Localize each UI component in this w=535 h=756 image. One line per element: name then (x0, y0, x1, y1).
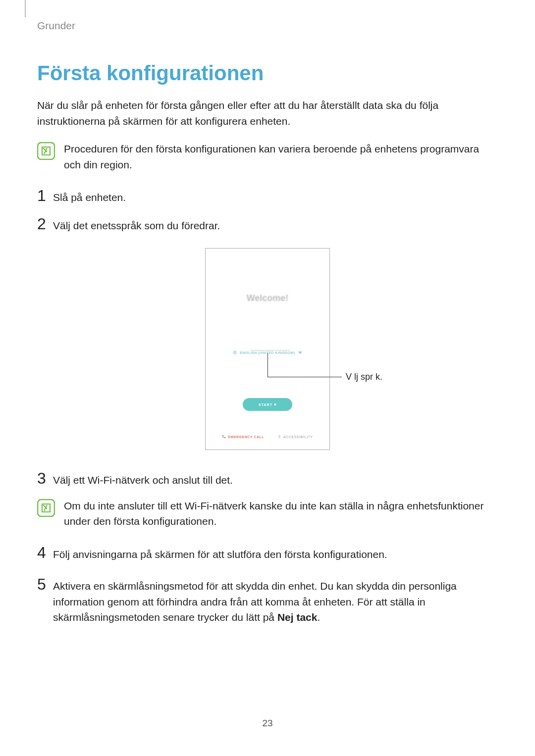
svg-point-2 (279, 435, 280, 436)
step-1-text: Slå på enheten. (53, 187, 126, 205)
breadcrumb: Grunder (37, 20, 498, 32)
start-label: START (259, 403, 272, 406)
step-2-text: Välj det enetsspråk som du föredrar. (53, 215, 220, 234)
globe-icon (233, 351, 237, 354)
page-number: 23 (0, 718, 535, 729)
step-4: 4 Följ anvisningarna på skärmen för att … (37, 544, 498, 562)
phone-icon (222, 435, 226, 439)
info-note-2: Om du inte ansluter till ett Wi-Fi-nätve… (37, 498, 498, 529)
step-4-num: 4 (37, 544, 53, 561)
accessibility-label: ACCESSIBILITY (283, 435, 313, 439)
step-2: 2 Välj det enetsspråk som du föredrar. (37, 215, 498, 234)
emergency-label: EMERGENCY CALL (228, 435, 264, 439)
page-title: Första konfigurationen (37, 61, 498, 85)
accessibility-icon (277, 435, 281, 439)
emergency-call-link[interactable]: EMERGENCY CALL (222, 435, 264, 439)
note-icon (37, 499, 55, 517)
step-1: 1 Slå på enheten. (37, 187, 498, 205)
note-1-text: Proceduren för den första konfiguratione… (64, 141, 498, 172)
phone-mockup: Welcome! ENGLISH (UNITED KINGDOM) START … (205, 248, 330, 450)
welcome-label: Welcome! (247, 293, 289, 303)
chevron-right-icon (274, 403, 276, 406)
step-3: 3 Välj ett Wi-Fi-nätverk och anslut till… (37, 470, 498, 488)
callout-label: V lj spr k. (346, 372, 382, 382)
step-5: 5 Aktivera en skärmlåsningsmetod för att… (37, 576, 498, 625)
step-3-text: Välj ett Wi-Fi-nätverk och anslut till d… (53, 470, 233, 488)
accessibility-link[interactable]: ACCESSIBILITY (277, 435, 313, 439)
step-5-text: Aktivera en skärmlåsningsmetod för att s… (53, 576, 498, 625)
note-icon (37, 142, 55, 160)
step-4-text: Följ anvisningarna på skärmen för att sl… (53, 544, 387, 562)
info-note-1: Proceduren för den första konfiguratione… (37, 141, 498, 172)
step-2-num: 2 (37, 215, 53, 233)
note-2-text: Om du inte ansluter till ett Wi-Fi-nätve… (64, 498, 498, 529)
step-5-num: 5 (37, 576, 53, 593)
step-3-num: 3 (37, 470, 53, 487)
step-1-num: 1 (37, 187, 53, 204)
start-button[interactable]: START (243, 398, 292, 411)
intro-text: När du slår på enheten för första gången… (37, 98, 498, 129)
chevron-down-icon (298, 352, 302, 354)
